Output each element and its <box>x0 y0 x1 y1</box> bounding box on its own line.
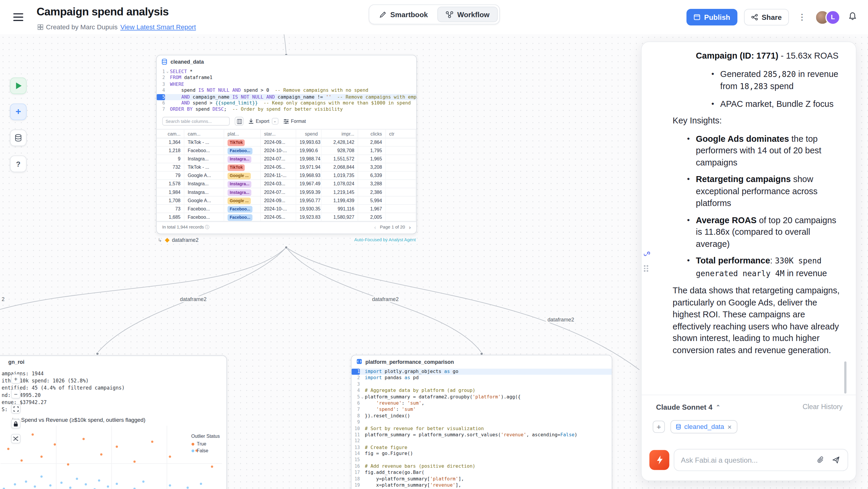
table-row[interactable]: 1,218Faceboo...Faceboo...2024-10-...19,9… <box>157 147 416 155</box>
format-button[interactable]: Format <box>283 119 306 124</box>
chat-input[interactable] <box>681 456 811 464</box>
output-variable-label[interactable]: dataframe2 <box>172 237 199 243</box>
next-page-button[interactable]: › <box>409 224 411 231</box>
run-workflow-button[interactable] <box>10 78 27 94</box>
menu-button[interactable] <box>13 13 23 21</box>
line-number: 7 <box>157 106 165 113</box>
prev-page-button[interactable]: ‹ <box>374 224 376 231</box>
table-row[interactable]: 79Google A...Google ...2024-11-...19,968… <box>157 172 416 180</box>
bell-icon <box>848 11 857 21</box>
table-cell: 1,967 <box>358 205 386 212</box>
code-token: , ascending= <box>526 432 560 437</box>
column-header[interactable]: impr... <box>321 129 358 137</box>
created-by-row: Created by Marc Dupuis View Latest Smart… <box>38 23 196 31</box>
code-line: 13# Create figure <box>351 444 612 451</box>
table-row[interactable]: 1,984Instagra...Instagra...2024-07...19,… <box>157 188 416 196</box>
table-cell: 991,116 <box>321 205 358 212</box>
scatter-point <box>40 456 43 458</box>
latest-report-link[interactable]: View Latest Smart Report <box>121 23 196 31</box>
code-token: '' <box>326 94 331 99</box>
code-text: y=platform_summary['platform'], <box>365 476 612 482</box>
python-editor[interactable]: 1import plotly.graph_objects as go2impor… <box>351 368 612 489</box>
table-row[interactable]: 1,364TikTok - ...TikTok2024-09...19,993.… <box>157 138 416 147</box>
tab-workflow[interactable]: Workflow <box>437 6 498 22</box>
more-options-button[interactable]: ⋮ <box>796 11 808 23</box>
platform-badge: Faceboo... <box>228 214 252 220</box>
table-cell: 9 <box>157 155 184 162</box>
column-header[interactable]: star... <box>261 129 296 137</box>
attach-button[interactable] <box>816 455 825 465</box>
context-chip[interactable]: cleaned_data × <box>671 420 738 433</box>
workflow-label: Workflow <box>457 10 489 19</box>
code-token: dataframe1 <box>181 75 212 81</box>
table-header-row: cam...cam...plat...star...spendimpr...cl… <box>157 129 416 138</box>
node-cleaned-data[interactable]: cleaned_data 1⌄SELECT *2FROM dataframe13… <box>156 55 417 234</box>
fold-icon <box>360 388 365 394</box>
tab-smartbook[interactable]: Smartbook <box>371 6 436 22</box>
remove-context-icon[interactable]: × <box>727 423 732 431</box>
scatter-point <box>25 481 27 483</box>
search-input[interactable] <box>162 117 230 126</box>
column-header[interactable]: ctr <box>386 129 416 137</box>
clear-history-button[interactable]: Clear History <box>803 403 842 410</box>
line-number: 5 <box>157 94 165 100</box>
export-button[interactable]: Export ⌄ <box>249 118 278 125</box>
node-campaign-roi[interactable]: gn_roi ampaigns: 1944 ith ≥$10k spend: 1… <box>0 356 227 489</box>
table-row[interactable]: 1,578Instagra...Instagra...2024-03...19,… <box>157 180 416 188</box>
column-header[interactable]: cam... <box>157 129 184 137</box>
zoom-out-button[interactable]: − <box>11 389 21 399</box>
shuffle-button[interactable] <box>11 434 21 444</box>
node-output-handle[interactable] <box>284 246 288 249</box>
format-label: Format <box>291 119 306 124</box>
send-button[interactable] <box>831 455 841 465</box>
code-line: 18 y=platform_summary['platform'], <box>351 476 612 482</box>
scatter-point <box>107 485 109 488</box>
panel-scrollbar[interactable] <box>844 361 846 393</box>
legend-item[interactable]: True <box>191 441 220 447</box>
node-input-handle[interactable] <box>96 352 99 355</box>
app: Campaign spend analysis Created by Marc … <box>0 0 868 489</box>
column-header[interactable]: plat... <box>224 129 260 137</box>
sql-editor[interactable]: 1⌄SELECT *2FROM dataframe13WHERE4 spend … <box>157 67 416 114</box>
scatter-point <box>85 483 87 485</box>
table-cell: 1,578 <box>157 180 184 187</box>
bullet-marker: • <box>687 214 690 226</box>
data-sources-button[interactable] <box>10 130 27 146</box>
add-node-button[interactable]: + <box>10 103 27 120</box>
line-number: 4 <box>157 88 165 94</box>
zoom-in-button[interactable]: + <box>11 374 21 384</box>
table-cell: Google ... <box>224 172 260 179</box>
table-row[interactable]: 9Instagra...Instagra...2024-07...19,988.… <box>157 155 416 163</box>
lock-button[interactable] <box>11 419 21 429</box>
share-button[interactable]: Share <box>744 9 789 26</box>
scatter-point <box>69 486 71 488</box>
table-row[interactable]: 732TikTok - ...TikTok2024-05...19,971.94… <box>157 163 416 172</box>
fold-icon[interactable]: ⌄ <box>165 69 170 75</box>
notifications-button[interactable] <box>847 11 858 24</box>
avatar[interactable]: L <box>825 10 840 25</box>
record-count: In total 1,944 recordsⓘ <box>162 224 209 231</box>
column-header[interactable]: spend <box>296 129 321 137</box>
code-token <box>332 94 337 99</box>
table-cell: Instagra... <box>224 155 260 162</box>
scatter-point <box>34 485 36 488</box>
table-row[interactable]: 1,685Faceboo...Faceboo...2024-05...19,92… <box>157 213 416 221</box>
publish-button[interactable]: Publish <box>686 9 738 26</box>
fit-view-button[interactable] <box>11 404 21 414</box>
model-selector[interactable]: Claude Sonnet 4 ⌃ <box>656 403 720 411</box>
legend-item[interactable]: False <box>191 447 220 454</box>
table-cell: 2,005 <box>358 213 386 220</box>
node-platform-performance[interactable]: platform_performance_comparison 1import … <box>351 355 613 489</box>
export-caret[interactable]: ⌄ <box>272 118 278 125</box>
help-button[interactable]: ? <box>10 155 27 172</box>
fold-icon[interactable]: ⌄ <box>360 394 365 400</box>
table-row[interactable]: 1,708Google A...Google ...2024-09...19,9… <box>157 196 416 205</box>
add-context-button[interactable]: + <box>653 421 665 433</box>
columns-toggle-button[interactable] <box>235 117 244 126</box>
scatter-chart[interactable]: Outlier Status TrueFalse <box>1 426 222 489</box>
column-header[interactable]: clicks <box>358 129 386 137</box>
table-row[interactable]: 73Faceboo...Faceboo...2024-10-...19,930.… <box>157 205 416 213</box>
legend-swatch <box>191 442 194 445</box>
column-header[interactable]: cam... <box>184 129 224 137</box>
line-number: 13 <box>351 444 360 451</box>
